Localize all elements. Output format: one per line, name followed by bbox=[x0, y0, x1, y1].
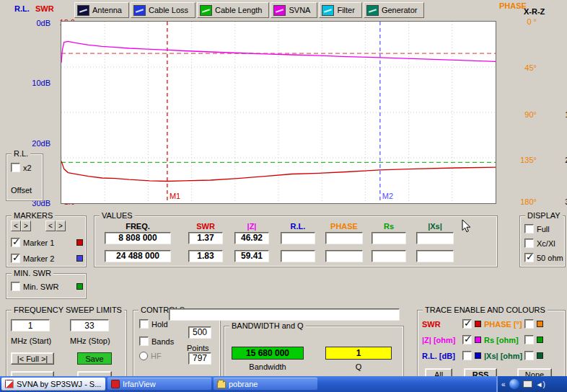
toolbar-button-filter[interactable]: Filter bbox=[319, 2, 361, 18]
marker1-xs-value bbox=[416, 232, 454, 244]
full-checkbox[interactable] bbox=[524, 224, 534, 233]
offset-label: Offset bbox=[11, 186, 32, 195]
xs-trace-color-swatch[interactable] bbox=[537, 352, 543, 359]
toolbar-label-svna: SVNA bbox=[289, 6, 310, 14]
taskbar-window-svna[interactable]: SVNA by SP3SWJ - S... bbox=[1, 378, 105, 391]
xcxl-label: Xc/Xl bbox=[537, 239, 555, 248]
column-header-xs: |Xs| bbox=[416, 222, 454, 231]
marker1-color-swatch[interactable] bbox=[76, 239, 83, 246]
marker1-checkbox[interactable] bbox=[11, 238, 20, 247]
taskbar-window-irfanview-label: IrfanView bbox=[123, 380, 156, 388]
swr-trace-checkbox[interactable] bbox=[462, 319, 472, 329]
trace-panel-title: TRACE ENABLE AND COLOURS bbox=[423, 306, 548, 314]
bands-checkbox[interactable] bbox=[139, 337, 149, 346]
bandwidth-label: Bandwidth bbox=[232, 362, 304, 371]
save-button[interactable]: Save bbox=[77, 352, 112, 365]
toolbar-button-antenna[interactable]: Antenna bbox=[74, 2, 129, 18]
min-swr-checkbox[interactable] bbox=[11, 282, 20, 291]
column-header-phase: PHASE bbox=[325, 222, 363, 231]
stop-freq-input[interactable] bbox=[70, 319, 109, 331]
phase-trace-color-swatch[interactable] bbox=[537, 321, 543, 327]
x2-label: x2 bbox=[23, 164, 32, 172]
rs-trace-color-swatch[interactable] bbox=[537, 337, 543, 343]
column-header-swr: SWR bbox=[188, 222, 223, 231]
min-swr-color-swatch[interactable] bbox=[76, 283, 83, 290]
sweep-panel-title: FREQUENCY SWEEP LIMITS bbox=[12, 306, 124, 314]
taskbar-window-pobrane[interactable]: pobrane bbox=[214, 378, 317, 391]
toolbar-label-cable-loss: Cable Loss bbox=[149, 6, 188, 14]
marker2-next-button[interactable]: > bbox=[56, 220, 66, 231]
ohm-axis-ticks: 0 ohm50 ohm75 ohm150 ohm225 ohm300 ohm bbox=[527, 21, 561, 204]
toolbar-button-cable-length[interactable]: Cable Length bbox=[197, 2, 269, 18]
axis-tick: 150 ohm bbox=[561, 110, 567, 119]
toolbar-button-cable-loss[interactable]: Cable Loss bbox=[131, 2, 195, 18]
marker1-prev-button[interactable]: < bbox=[11, 220, 21, 231]
marker2-rs-value bbox=[372, 250, 406, 262]
marker1-swr-value: 1.37 bbox=[188, 232, 223, 244]
volume-icon[interactable]: ◄) bbox=[536, 380, 545, 388]
phase-trace-checkbox[interactable] bbox=[524, 319, 534, 329]
irfanview-icon bbox=[111, 380, 120, 388]
marker2-freq-value: 24 488 000 bbox=[105, 250, 171, 262]
marker2-checkbox[interactable] bbox=[11, 254, 20, 263]
z-trace-checkbox[interactable] bbox=[462, 335, 472, 344]
markers-panel-title: MARKERS bbox=[12, 211, 55, 220]
rs-trace-checkbox[interactable] bbox=[524, 335, 534, 344]
marker1-next-button[interactable]: > bbox=[21, 220, 31, 231]
stop-freq-label: MHz (Stop) bbox=[70, 337, 110, 345]
column-header-freq: FREQ. bbox=[105, 222, 171, 231]
svna-window-icon bbox=[5, 380, 14, 388]
trace-entry-xs: |Xs| [ohm] bbox=[484, 351, 543, 360]
marker1-freq-value: 8 808 000 bbox=[105, 232, 171, 244]
marker-label-M1: M1 bbox=[170, 192, 180, 200]
bands-label: Bands bbox=[151, 337, 174, 346]
toolbar-label-cable-length: Cable Length bbox=[215, 6, 262, 14]
chart-canvas: M1M2 bbox=[61, 22, 496, 203]
rl-trace-color-swatch[interactable] bbox=[475, 352, 481, 359]
50ohm-checkbox[interactable] bbox=[524, 253, 534, 262]
trace-entry-z: |Z| [ohm] bbox=[422, 335, 481, 344]
points-value-box[interactable]: 500 bbox=[188, 326, 211, 339]
points-label: Points bbox=[187, 344, 209, 352]
display-panel-title: DISPLAY bbox=[525, 211, 563, 220]
axis-tick: 0 ohm bbox=[561, 18, 567, 27]
hf-radio[interactable] bbox=[139, 352, 148, 360]
xs-trace-checkbox[interactable] bbox=[524, 351, 534, 360]
hold-checkbox[interactable] bbox=[139, 319, 149, 329]
language-orb-icon[interactable] bbox=[509, 379, 519, 389]
taskbar-window-irfanview[interactable]: IrfanView bbox=[107, 378, 211, 391]
frequency-entry-field[interactable] bbox=[169, 308, 400, 321]
start-freq-input[interactable] bbox=[11, 319, 50, 331]
rl-trace-checkbox[interactable] bbox=[462, 351, 472, 360]
z-trace-color-swatch[interactable] bbox=[475, 337, 481, 343]
bandwidth-value: 15 680 000 bbox=[232, 347, 304, 360]
trace-entry-swr: SWR bbox=[422, 319, 481, 329]
keyboard-icon[interactable] bbox=[523, 380, 532, 388]
marker1-label: Marker 1 bbox=[23, 239, 54, 247]
swr-trace-color-swatch[interactable] bbox=[475, 321, 481, 327]
chart-area[interactable]: M1M2 bbox=[61, 21, 496, 204]
mouse-cursor bbox=[462, 219, 472, 233]
q-value: 1 bbox=[325, 347, 392, 360]
swr-axis-header: SWR bbox=[35, 4, 54, 13]
toolbar-button-svna[interactable]: SVNA bbox=[271, 2, 317, 18]
phase-axis-ticks: 0 °45°90°135°180° bbox=[499, 21, 518, 204]
marker2-xs-value bbox=[416, 250, 454, 262]
toolbar-button-generator[interactable]: Generator bbox=[364, 2, 425, 18]
xcxl-checkbox[interactable] bbox=[524, 239, 534, 248]
collapse-chevron-icon[interactable]: « bbox=[501, 380, 506, 388]
marker2-color-swatch[interactable] bbox=[76, 255, 83, 262]
folder-icon bbox=[217, 381, 226, 388]
full-range-button[interactable]: |< Full >| bbox=[11, 352, 54, 365]
q-label: Q bbox=[325, 362, 392, 371]
rs-trace-label: Rs [ohm] bbox=[484, 336, 522, 344]
system-tray: « ◄) bbox=[496, 376, 567, 392]
marker2-prev-button[interactable]: < bbox=[45, 220, 56, 231]
marker-label-M2: M2 bbox=[382, 192, 393, 200]
phase-trace-label: PHASE [°] bbox=[484, 320, 522, 329]
x2-checkbox[interactable] bbox=[11, 163, 20, 172]
trace-entry-rl: R.L. [dB] bbox=[422, 351, 481, 360]
toolbar-label-generator: Generator bbox=[382, 6, 418, 14]
xs-trace-label: |Xs| [ohm] bbox=[484, 352, 522, 360]
phase-axis-header: PHASE bbox=[499, 1, 527, 10]
